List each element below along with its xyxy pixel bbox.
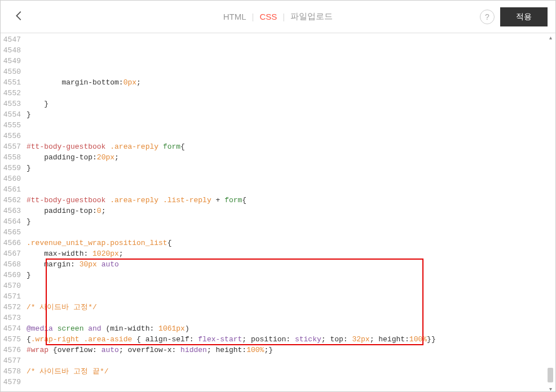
tab-html[interactable]: HTML <box>218 10 252 24</box>
code-line[interactable]: @media screen and (min-width: 1061px) <box>27 323 555 334</box>
line-number: 4553 <box>1 99 21 109</box>
scroll-thumb[interactable] <box>548 368 553 382</box>
code-line[interactable]: /* 사이드바 고정*/ <box>27 302 555 313</box>
line-number: 4564 <box>1 216 21 227</box>
code-line[interactable]: } <box>27 99 555 109</box>
editor-container: 4547454845494550455145524553455445554556… <box>1 33 555 392</box>
line-number: 4552 <box>1 88 21 99</box>
line-number: 4557 <box>1 141 21 152</box>
help-button[interactable]: ? <box>480 10 495 24</box>
code-line[interactable]: margin: 30px auto <box>27 259 555 270</box>
arrow-left-icon <box>13 10 25 22</box>
line-number: 4549 <box>1 56 21 66</box>
line-number: 4567 <box>1 248 21 259</box>
line-number: 4561 <box>1 184 21 195</box>
tab-bar: HTML | CSS | 파일업로드 <box>218 9 339 24</box>
code-line[interactable] <box>27 66 555 77</box>
line-number: 4562 <box>1 195 21 206</box>
code-line[interactable]: {.wrap-right .area-aside { align-self: f… <box>27 334 555 345</box>
code-line[interactable] <box>27 280 555 291</box>
line-number: 4577 <box>1 355 21 366</box>
code-line[interactable]: } <box>27 163 555 173</box>
line-number: 4570 <box>1 280 21 291</box>
tab-css[interactable]: CSS <box>254 10 283 24</box>
code-line[interactable] <box>27 131 555 141</box>
code-line[interactable] <box>27 291 555 302</box>
code-line[interactable] <box>27 355 555 366</box>
line-number: 4548 <box>1 45 21 56</box>
code-line[interactable]: } <box>27 109 555 120</box>
line-number: 4558 <box>1 152 21 163</box>
code-line[interactable] <box>27 120 555 131</box>
code-line[interactable]: .revenue_unit_wrap.position_list{ <box>27 238 555 248</box>
code-line[interactable]: #tt-body-guestbook .area-reply .list-rep… <box>27 195 555 206</box>
code-line[interactable]: #tt-body-guestbook .area-reply form{ <box>27 141 555 152</box>
line-number: 4568 <box>1 259 21 270</box>
code-editor[interactable]: 4547454845494550455145524553455445554556… <box>1 33 555 392</box>
code-line[interactable] <box>27 88 555 99</box>
line-number: 4575 <box>1 334 21 345</box>
code-line[interactable] <box>27 313 555 323</box>
code-line[interactable]: margin-bottom:0px; <box>27 77 555 88</box>
line-number: 4574 <box>1 323 21 334</box>
line-number: 4576 <box>1 345 21 355</box>
line-number: 4560 <box>1 173 21 184</box>
line-number: 4572 <box>1 302 21 313</box>
line-number: 4547 <box>1 34 21 45</box>
line-number: 4571 <box>1 291 21 302</box>
code-line[interactable]: #wrap {overflow: auto; overflow-x: hidde… <box>27 345 555 355</box>
line-number: 4555 <box>1 120 21 131</box>
line-number: 4565 <box>1 227 21 238</box>
line-number: 4569 <box>1 270 21 280</box>
code-content[interactable]: margin-bottom:0px; }}#tt-body-guestbook … <box>24 33 555 392</box>
line-number: 4554 <box>1 109 21 120</box>
code-line[interactable] <box>27 184 555 195</box>
back-button[interactable] <box>13 10 25 24</box>
line-number: 4578 <box>1 366 21 377</box>
line-number: 4563 <box>1 206 21 216</box>
scroll-up-arrow[interactable]: ▴ <box>546 33 554 41</box>
line-number: 4579 <box>1 377 21 387</box>
code-line[interactable]: } <box>27 270 555 280</box>
tab-upload[interactable]: 파일업로드 <box>285 9 338 24</box>
scroll-down-arrow[interactable]: ▾ <box>546 385 554 392</box>
code-line[interactable]: max-width: 1020px; <box>27 248 555 259</box>
line-number: 4573 <box>1 313 21 323</box>
header: HTML | CSS | 파일업로드 ? 적용 <box>1 1 555 33</box>
code-line[interactable]: padding-top:20px; <box>27 152 555 163</box>
code-line[interactable] <box>27 227 555 238</box>
apply-button[interactable]: 적용 <box>500 7 548 26</box>
vertical-scrollbar[interactable]: ▴ ▾ <box>546 33 554 392</box>
header-actions: ? 적용 <box>480 7 548 26</box>
line-number: 4556 <box>1 131 21 141</box>
code-line[interactable] <box>27 173 555 184</box>
line-number: 4559 <box>1 163 21 173</box>
code-line[interactable]: padding-top:0; <box>27 206 555 216</box>
code-line[interactable] <box>27 387 555 392</box>
code-line[interactable]: /* 사이드바 고정 끝*/ <box>27 366 555 377</box>
code-line[interactable]: } <box>27 216 555 227</box>
line-number-gutter: 4547454845494550455145524553455445554556… <box>1 33 24 392</box>
code-line[interactable] <box>27 377 555 387</box>
line-number: 4566 <box>1 238 21 248</box>
line-number: 4550 <box>1 66 21 77</box>
line-number: 4551 <box>1 77 21 88</box>
